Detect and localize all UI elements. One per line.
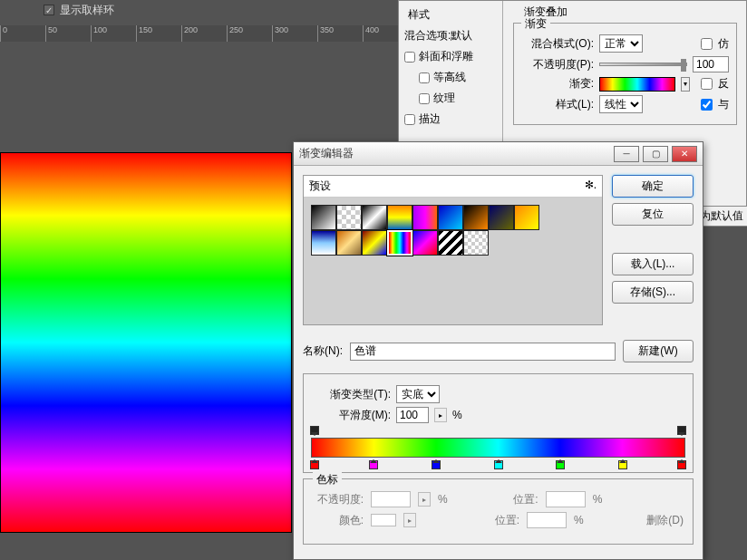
preset-gear-icon[interactable]: ✻. bbox=[585, 179, 597, 194]
save-button[interactable]: 存储(S)... bbox=[612, 281, 694, 304]
ruler-tick: 100 bbox=[91, 25, 136, 42]
new-button[interactable]: 新建(W) bbox=[623, 340, 694, 362]
styles-header[interactable]: 样式 bbox=[399, 5, 502, 25]
smooth-stepper-icon[interactable]: ▸ bbox=[434, 408, 447, 422]
color-stops-box: 色标 不透明度: ▸ % 位置: % 颜色: ▸ 位置: % 删除(D) bbox=[303, 478, 694, 545]
blend-mode-select[interactable]: 正常 bbox=[599, 34, 643, 53]
gradient-style-select[interactable]: 线性 bbox=[599, 95, 643, 113]
opacity-stop[interactable] bbox=[310, 426, 319, 435]
ruler-tick: 0 bbox=[0, 25, 45, 42]
gradient-editor-rail[interactable] bbox=[311, 438, 685, 458]
color-position-input[interactable] bbox=[527, 512, 567, 528]
color-swatch[interactable] bbox=[371, 514, 396, 526]
gradient-editor-dialog: 渐变编辑器 ─ ▢ ✕ 预设 ✻. bbox=[293, 141, 703, 560]
dialog-title: 渐变编辑器 bbox=[299, 146, 354, 161]
preset-item[interactable] bbox=[463, 205, 489, 230]
load-button[interactable]: 载入(L)... bbox=[612, 253, 694, 275]
style-settings: 渐变叠加 渐变 混合模式(O): 正常 仿 不透明度(P): 渐变: ▾ 反 bbox=[504, 1, 746, 136]
name-row: 名称(N): 新建(W) bbox=[294, 334, 703, 368]
ruler-tick: 350 bbox=[317, 25, 363, 42]
gradient-picker[interactable] bbox=[599, 77, 675, 92]
preset-item[interactable] bbox=[463, 230, 489, 256]
color-stop-row: 颜色: ▸ 位置: % 删除(D) bbox=[313, 512, 684, 528]
maximize-button[interactable]: ▢ bbox=[643, 146, 668, 162]
opacity-slider[interactable] bbox=[599, 63, 687, 66]
align-cb[interactable] bbox=[701, 99, 713, 111]
stop-position-input[interactable] bbox=[546, 491, 586, 507]
stops-legend: 色标 bbox=[313, 472, 342, 488]
name-input[interactable] bbox=[350, 343, 616, 361]
horizontal-ruler[interactable]: 0 50 100 150 200 250 300 350 400 bbox=[0, 25, 399, 42]
color-stop[interactable] bbox=[618, 460, 627, 469]
preset-item[interactable] bbox=[336, 230, 362, 256]
preset-item[interactable] bbox=[387, 205, 412, 230]
contour-item[interactable]: 等高线 bbox=[399, 67, 502, 88]
preset-item[interactable] bbox=[311, 205, 336, 230]
color-stop[interactable] bbox=[369, 460, 378, 469]
blend-options-item[interactable]: 混合选项:默认 bbox=[399, 25, 502, 46]
gradient-dropdown-icon[interactable]: ▾ bbox=[681, 77, 690, 92]
preset-item[interactable] bbox=[412, 230, 438, 256]
opacity-input[interactable] bbox=[693, 56, 729, 72]
texture-checkbox[interactable] bbox=[419, 93, 430, 104]
color-stop[interactable] bbox=[677, 460, 686, 469]
ruler-tick: 250 bbox=[227, 25, 272, 42]
stroke-checkbox[interactable] bbox=[404, 114, 415, 125]
gradient-row: 渐变: ▾ 反 bbox=[521, 76, 729, 92]
preset-item-selected[interactable] bbox=[387, 230, 412, 256]
bevel-checkbox[interactable] bbox=[404, 52, 415, 63]
gradient-type-select[interactable]: 实底 bbox=[396, 385, 440, 403]
blend-mode-row: 混合模式(O): 正常 仿 bbox=[521, 34, 729, 53]
stepper-icon[interactable]: ▸ bbox=[403, 513, 416, 527]
gradient-legend: 渐变 bbox=[521, 16, 550, 32]
color-stop[interactable] bbox=[494, 460, 503, 469]
ruler-tick: 150 bbox=[136, 25, 181, 42]
ruler-tick: 300 bbox=[272, 25, 317, 42]
delete-button[interactable]: 删除(D) bbox=[646, 513, 684, 528]
preset-box: 预设 ✻. bbox=[303, 175, 603, 325]
preset-item[interactable] bbox=[438, 205, 463, 230]
dummy-cb1[interactable] bbox=[701, 38, 713, 50]
style-row: 样式(L): 线性 与 bbox=[521, 95, 729, 113]
document-canvas[interactable] bbox=[0, 152, 292, 533]
reverse-cb[interactable] bbox=[701, 78, 713, 90]
ruler-tick: 50 bbox=[45, 25, 91, 42]
ok-button[interactable]: 确定 bbox=[612, 175, 694, 198]
bevel-item[interactable]: 斜面和浮雕 bbox=[399, 46, 502, 67]
preset-item[interactable] bbox=[311, 230, 336, 256]
opacity-stop-row: 不透明度: ▸ % 位置: % bbox=[313, 491, 684, 507]
sample-ring-label: 显示取样环 bbox=[60, 3, 114, 18]
color-stop[interactable] bbox=[432, 460, 441, 469]
dialog-titlebar[interactable]: 渐变编辑器 ─ ▢ ✕ bbox=[294, 142, 703, 166]
opacity-row: 不透明度(P): bbox=[521, 56, 729, 72]
minimize-button[interactable]: ─ bbox=[614, 146, 639, 162]
opacity-stop[interactable] bbox=[677, 426, 686, 435]
preset-item[interactable] bbox=[514, 205, 539, 230]
sample-ring-checkbox[interactable]: ✓ bbox=[44, 5, 54, 15]
color-stop[interactable] bbox=[556, 460, 565, 469]
reset-button[interactable]: 复位 bbox=[612, 203, 694, 226]
gradient-strip[interactable] bbox=[311, 438, 685, 458]
name-label: 名称(N): bbox=[303, 343, 343, 359]
preset-item[interactable] bbox=[412, 205, 438, 230]
dialog-buttons: 确定 复位 载入(L)... 存储(S)... bbox=[612, 175, 694, 325]
smooth-input[interactable] bbox=[396, 407, 429, 423]
stepper-icon[interactable]: ▸ bbox=[418, 492, 431, 507]
color-stop[interactable] bbox=[310, 460, 319, 469]
contour-checkbox[interactable] bbox=[419, 72, 430, 83]
preset-grid bbox=[304, 198, 602, 324]
preset-item[interactable] bbox=[438, 230, 463, 256]
gradient-type-box: 渐变类型(T): 实底 平滑度(M): ▸ % bbox=[303, 373, 694, 473]
presets-label: 预设 bbox=[309, 179, 331, 194]
preset-item[interactable] bbox=[489, 205, 514, 230]
close-button[interactable]: ✕ bbox=[672, 146, 697, 162]
preset-item[interactable] bbox=[362, 205, 387, 230]
preset-item[interactable] bbox=[336, 205, 362, 230]
ruler-tick: 200 bbox=[181, 25, 227, 42]
preset-item[interactable] bbox=[362, 230, 387, 256]
stroke-item[interactable]: 描边 bbox=[399, 109, 502, 130]
texture-item[interactable]: 纹理 bbox=[399, 88, 502, 109]
stop-opacity-input[interactable] bbox=[371, 491, 411, 507]
